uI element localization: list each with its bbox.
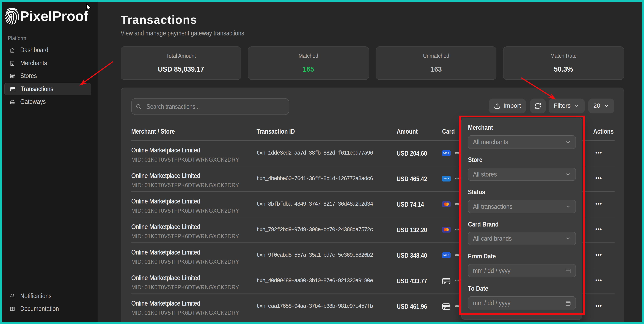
svg-text:AMEX: AMEX: [443, 178, 450, 180]
svg-text:VISA: VISA: [443, 254, 450, 257]
svg-text:VISA: VISA: [443, 152, 450, 155]
